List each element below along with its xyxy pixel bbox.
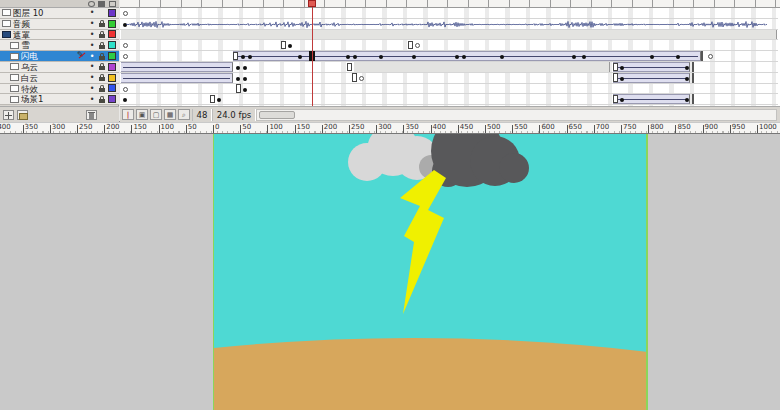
mask-layer-icon	[2, 31, 11, 38]
keyframe-dot	[685, 66, 689, 70]
lock-icon[interactable]	[97, 95, 108, 104]
outline-column-icon[interactable]	[109, 1, 116, 7]
timeline-track-白云[interactable]	[120, 73, 778, 84]
layer-visibility-dot[interactable]: •	[87, 52, 97, 61]
stage-artwork	[214, 134, 648, 410]
timeline-frames-pane: | ▣ ▢ ▦ ⌕ 48 24.0 fps 2.0s	[120, 0, 780, 122]
new-layer-button[interactable]	[3, 110, 14, 120]
layer-name: 场景1	[21, 94, 87, 104]
timeline-track-乌云[interactable]	[120, 62, 778, 73]
keyframe-marker	[613, 73, 618, 82]
onion-skin-button[interactable]: ▣	[136, 109, 148, 120]
layer-visibility-dot[interactable]: •	[87, 95, 97, 104]
tween-span	[613, 73, 690, 83]
layer-row-场景1[interactable]: 场景1•	[0, 94, 119, 105]
lock-icon[interactable]	[97, 84, 108, 93]
layer-row-乌云[interactable]: 乌云•	[0, 62, 119, 73]
keyframe-dot	[620, 77, 624, 81]
keyframe-marker	[613, 95, 618, 104]
ground-shape	[214, 338, 648, 410]
layer-row-白云[interactable]: 白云•	[0, 73, 119, 84]
pasteboard[interactable]	[0, 134, 780, 410]
empty-keyframe-circle	[359, 76, 364, 81]
layer-outline-color-swatch[interactable]	[108, 52, 116, 60]
audio-waveform	[126, 20, 776, 29]
timeline-horizontal-scrollbar[interactable]	[256, 109, 777, 121]
layer-outline-color-swatch[interactable]	[108, 84, 116, 92]
onion-skin-outlines-button[interactable]: ▢	[150, 109, 162, 120]
lock-icon[interactable]	[97, 52, 108, 61]
layer-name: 特效	[21, 84, 87, 94]
layer-outline-color-swatch[interactable]	[108, 9, 116, 17]
layer-visibility-dot[interactable]: •	[87, 8, 97, 17]
layer-outline-color-swatch[interactable]	[108, 30, 116, 38]
layer-outline-color-swatch[interactable]	[108, 95, 116, 103]
lock-column-icon[interactable]	[98, 1, 105, 7]
layer-visibility-dot[interactable]: •	[87, 19, 97, 28]
empty-keyframe-circle	[123, 87, 128, 92]
lock-icon[interactable]	[97, 30, 108, 39]
timeline-track-闪电[interactable]	[120, 51, 778, 62]
keyframe-dot	[123, 98, 127, 102]
current-frame-value[interactable]: 48	[192, 109, 212, 121]
layer-row-遮罩[interactable]: 遮罩•	[0, 30, 119, 41]
scrollbar-thumb[interactable]	[259, 111, 295, 119]
tween-span	[121, 73, 233, 83]
playhead-handle[interactable]	[308, 0, 316, 7]
edit-multiple-frames-button[interactable]: ▦	[164, 109, 176, 120]
empty-keyframe-circle	[708, 54, 713, 59]
keyframe-marker	[236, 84, 241, 93]
frame-span	[121, 30, 777, 40]
layer-icon	[2, 20, 11, 27]
frame-rows	[120, 8, 780, 106]
timeline-track-雪[interactable]	[120, 40, 778, 51]
layer-row-音频[interactable]: 音频•	[0, 19, 119, 30]
lock-icon[interactable]	[97, 62, 108, 71]
center-frame-button[interactable]: |	[122, 109, 134, 120]
layer-outline-color-swatch[interactable]	[108, 63, 116, 71]
delete-layer-button[interactable]	[86, 110, 97, 120]
empty-keyframe-circle	[123, 43, 128, 48]
timeline-track-遮罩[interactable]	[120, 30, 778, 41]
layer-visibility-dot[interactable]: •	[87, 30, 97, 39]
timeline-track-场景1[interactable]	[120, 94, 778, 105]
layer-visibility-dot[interactable]: •	[87, 41, 97, 50]
keyframe-marker	[281, 41, 286, 50]
tween-span	[121, 62, 233, 72]
frame-span	[354, 62, 610, 72]
stage-horizontal-ruler[interactable]: 4003503002502001501005005010015020025030…	[0, 123, 780, 134]
lightning-bolt-shape	[400, 170, 446, 314]
layer-visibility-dot[interactable]: •	[87, 84, 97, 93]
layer-row-闪电[interactable]: 闪电✎•	[0, 51, 119, 62]
layer-row-雪[interactable]: 雪•	[0, 40, 119, 51]
layer-visibility-dot[interactable]: •	[87, 73, 97, 82]
layer-outline-color-swatch[interactable]	[108, 74, 116, 82]
empty-keyframe-circle	[123, 11, 128, 16]
stage-canvas[interactable]	[213, 134, 648, 410]
timeline-track-图层 10[interactable]	[120, 8, 778, 19]
timeline-track-音频[interactable]	[120, 19, 778, 30]
frame-rate-value[interactable]: 24.0 fps	[212, 109, 256, 121]
lock-icon[interactable]	[97, 19, 108, 28]
keyframe-marker	[613, 63, 618, 72]
playhead-line	[312, 6, 313, 106]
layer-panel-toolbar	[0, 106, 119, 122]
lock-cell-empty[interactable]	[97, 8, 108, 17]
layer-row-图层 10[interactable]: 图层 10•	[0, 8, 119, 19]
empty-keyframe-circle	[123, 54, 128, 59]
new-folder-button[interactable]	[17, 110, 28, 120]
timeline-panel: 图层 10•音频•遮罩•雪•闪电✎•乌云•白云•特效•场景1• | ▣ ▢ ▦ …	[0, 0, 780, 122]
modify-markers-button[interactable]: ⌕	[178, 109, 190, 120]
layer-visibility-dot[interactable]: •	[87, 62, 97, 71]
lock-icon[interactable]	[97, 41, 108, 50]
layer-name: 白云	[21, 73, 87, 83]
eye-column-icon[interactable]	[88, 1, 95, 7]
span-end-marker	[692, 73, 694, 83]
frame-number-ruler[interactable]	[120, 0, 780, 8]
timeline-track-特效[interactable]	[120, 84, 778, 95]
lock-icon[interactable]	[97, 73, 108, 82]
keyframe-marker	[233, 52, 238, 61]
layer-row-特效[interactable]: 特效•	[0, 84, 119, 95]
layer-outline-color-swatch[interactable]	[108, 20, 116, 28]
layer-outline-color-swatch[interactable]	[108, 41, 116, 49]
